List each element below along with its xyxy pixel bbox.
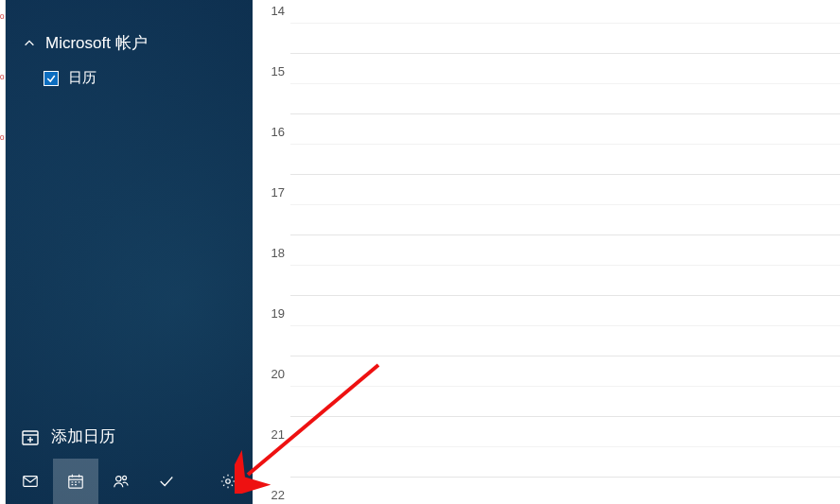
hour-label: 15 <box>271 64 285 78</box>
sidebar: Microsoft 帐户 日历 添加日历 <box>6 0 253 504</box>
hour-label: 17 <box>271 185 285 200</box>
calendar-item-label: 日历 <box>68 69 96 87</box>
nav-people-button[interactable] <box>98 459 144 504</box>
hour-rows[interactable] <box>290 0 840 504</box>
hour-labels-column: 14 15 16 17 18 19 20 21 22 <box>253 0 290 504</box>
svg-point-15 <box>123 476 127 479</box>
nav-calendar-button[interactable] <box>53 459 98 504</box>
nav-settings-button[interactable] <box>205 459 251 504</box>
mail-icon <box>22 473 39 490</box>
hour-label: 16 <box>271 125 285 139</box>
hour-label: 19 <box>271 306 285 321</box>
calendar-day-grid[interactable]: 14 15 16 17 18 19 20 21 22 <box>253 0 840 504</box>
hour-label: 18 <box>271 246 285 260</box>
hour-label: 22 <box>271 488 285 502</box>
svg-rect-4 <box>24 477 37 487</box>
gear-icon <box>219 473 236 490</box>
chevron-up-icon <box>23 37 36 50</box>
calendar-icon <box>67 473 84 490</box>
add-calendar-label: 添加日历 <box>51 426 115 447</box>
people-icon <box>113 473 130 490</box>
hour-label: 14 <box>271 4 285 18</box>
nav-todo-button[interactable] <box>144 459 189 504</box>
add-calendar-icon <box>21 427 40 446</box>
checkbox-checked-icon[interactable] <box>44 71 59 86</box>
hour-label: 20 <box>271 367 285 381</box>
add-calendar-button[interactable]: 添加日历 <box>6 414 253 459</box>
svg-point-16 <box>226 479 231 484</box>
sidebar-accounts: Microsoft 帐户 日历 <box>6 0 253 414</box>
svg-point-14 <box>116 477 121 481</box>
account-header[interactable]: Microsoft 帐户 <box>6 26 253 60</box>
calendar-toggle-item[interactable]: 日历 <box>6 60 253 96</box>
sidebar-nav-bar <box>6 459 253 504</box>
hour-label: 21 <box>271 427 285 442</box>
nav-mail-button[interactable] <box>8 459 53 504</box>
todo-icon <box>158 473 175 490</box>
account-label: Microsoft 帐户 <box>45 32 148 54</box>
